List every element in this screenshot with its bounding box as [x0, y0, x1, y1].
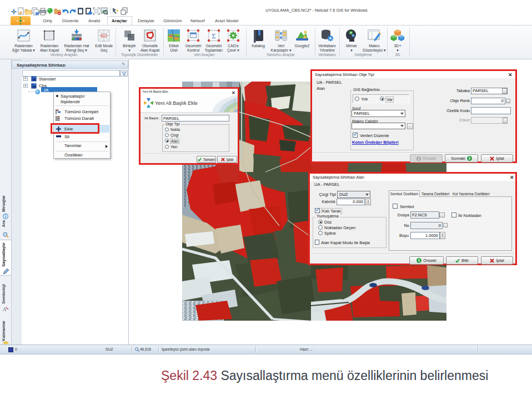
svg-text:A: A: [2, 306, 7, 312]
svg-text:NETCAD: NETCAD: [233, 98, 236, 111]
svg-text:Σ: Σ: [212, 32, 216, 40]
svg-text:EDIT: EDIT: [102, 35, 106, 37]
